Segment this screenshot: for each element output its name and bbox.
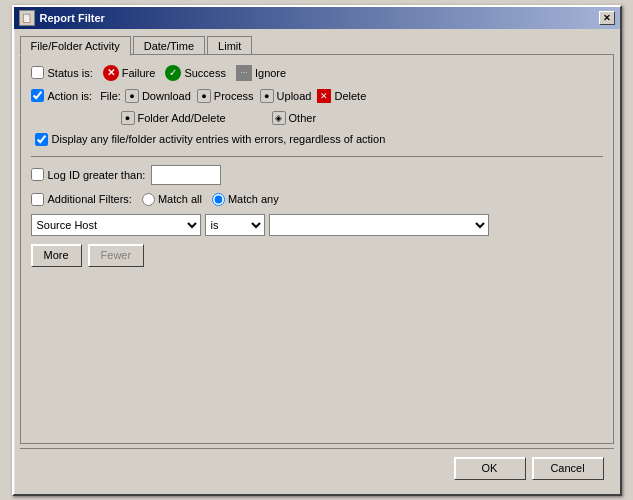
folder-add-delete-option: ● Folder Add/Delete	[121, 111, 226, 125]
report-filter-window: 📋 Report Filter ✕ File/Folder Activity D…	[12, 5, 622, 496]
delete-label: Delete	[334, 90, 366, 102]
tab-content: Status is: ✕ Failure ✓ Success ··· Ignor…	[20, 54, 614, 444]
source-host-select[interactable]: Source Host Destination Host User File N…	[31, 214, 201, 236]
log-checkbox-label[interactable]: Log ID greater than:	[31, 168, 146, 181]
separator-1	[31, 156, 603, 157]
display-msg: Display any file/folder activity entries…	[52, 133, 386, 145]
failure-icon: ✕	[103, 65, 119, 81]
failure-option: ✕ Failure	[103, 65, 156, 81]
match-any-text: Match any	[228, 193, 279, 205]
log-label: Log ID greater than:	[48, 169, 146, 181]
download-radio-icon: ●	[125, 89, 139, 103]
additional-filters-label: Additional Filters:	[48, 193, 132, 205]
file-options: ● Download ● Process ● Upload ✕ Delete	[125, 89, 366, 103]
log-input[interactable]: 0	[151, 165, 221, 185]
window-body: File/Folder Activity Date/Time Limit Sta…	[14, 29, 620, 494]
bottom-bar: OK Cancel	[20, 448, 614, 488]
log-row: Log ID greater than: 0	[31, 165, 603, 185]
ignore-icon: ···	[236, 65, 252, 81]
failure-label: Failure	[122, 67, 156, 79]
download-label: Download	[142, 90, 191, 102]
match-all-radio[interactable]	[142, 193, 155, 206]
value-select[interactable]	[269, 214, 489, 236]
status-checkbox-label[interactable]: Status is:	[31, 66, 93, 79]
tab-bar: File/Folder Activity Date/Time Limit	[20, 35, 614, 55]
download-option: ● Download	[125, 89, 191, 103]
more-button[interactable]: More	[31, 244, 82, 267]
additional-filters-row: Additional Filters: Match all Match any	[31, 193, 603, 206]
folder-add-delete-icon: ●	[121, 111, 135, 125]
status-checkbox[interactable]	[31, 66, 44, 79]
match-all-label[interactable]: Match all	[142, 193, 202, 206]
upload-label: Upload	[277, 90, 312, 102]
tab-file-folder-activity[interactable]: File/Folder Activity	[20, 36, 131, 56]
display-checkbox-label[interactable]: Display any file/folder activity entries…	[35, 133, 386, 146]
more-fewer-buttons: More Fewer	[31, 244, 603, 267]
cancel-button[interactable]: Cancel	[532, 457, 604, 480]
second-file-row: ● Folder Add/Delete ◈ Other	[121, 111, 603, 125]
tab-datetime[interactable]: Date/Time	[133, 36, 205, 56]
match-any-radio[interactable]	[212, 193, 225, 206]
success-label: Success	[184, 67, 226, 79]
status-label: Status is:	[48, 67, 93, 79]
window-title: Report Filter	[40, 12, 105, 24]
filter-dropdowns: Source Host Destination Host User File N…	[31, 214, 603, 236]
file-label: File:	[100, 90, 121, 102]
fewer-button[interactable]: Fewer	[88, 244, 145, 267]
action-checkbox-label[interactable]: Action is:	[31, 89, 93, 102]
tab-limit[interactable]: Limit	[207, 36, 252, 56]
status-row: Status is: ✕ Failure ✓ Success ··· Ignor…	[31, 65, 603, 81]
ignore-label: Ignore	[255, 67, 286, 79]
other-option: ◈ Other	[272, 111, 317, 125]
window-icon: 📋	[19, 10, 35, 26]
log-checkbox[interactable]	[31, 168, 44, 181]
action-checkbox[interactable]	[31, 89, 44, 102]
process-option: ● Process	[197, 89, 254, 103]
other-icon: ◈	[272, 111, 286, 125]
close-button[interactable]: ✕	[599, 11, 615, 25]
action-row: Action is: File: ● Download ● Process ● …	[31, 89, 603, 103]
display-checkbox[interactable]	[35, 133, 48, 146]
ignore-option: ··· Ignore	[236, 65, 286, 81]
status-options: ✕ Failure ✓ Success ··· Ignore	[103, 65, 286, 81]
success-icon: ✓	[165, 65, 181, 81]
delete-icon: ✕	[317, 89, 331, 103]
upload-option: ● Upload	[260, 89, 312, 103]
upload-radio-icon: ●	[260, 89, 274, 103]
folder-add-delete-label: Folder Add/Delete	[138, 112, 226, 124]
ok-button[interactable]: OK	[454, 457, 526, 480]
display-row: Display any file/folder activity entries…	[35, 133, 603, 146]
process-label: Process	[214, 90, 254, 102]
is-select[interactable]: is is not contains starts with	[205, 214, 265, 236]
title-bar: 📋 Report Filter ✕	[14, 7, 620, 29]
other-label: Other	[289, 112, 317, 124]
process-radio-icon: ●	[197, 89, 211, 103]
title-bar-left: 📋 Report Filter	[19, 10, 105, 26]
additional-filters-checkbox[interactable]	[31, 193, 44, 206]
delete-option: ✕ Delete	[317, 89, 366, 103]
success-option: ✓ Success	[165, 65, 226, 81]
match-all-text: Match all	[158, 193, 202, 205]
additional-filters-checkbox-label[interactable]: Additional Filters:	[31, 193, 132, 206]
action-label: Action is:	[48, 90, 93, 102]
match-any-label[interactable]: Match any	[212, 193, 279, 206]
